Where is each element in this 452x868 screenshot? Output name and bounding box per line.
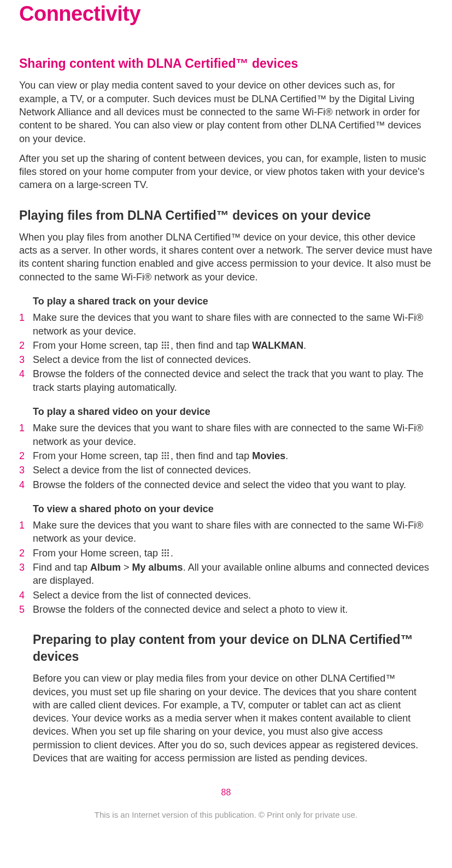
subsection-heading-playing: Playing files from DLNA Certified™ devic… xyxy=(19,207,433,224)
list-item: 3 Select a device from the list of conne… xyxy=(19,464,433,477)
list-item: 1 Make sure the devices that you want to… xyxy=(19,311,433,338)
page-title: Connectivity xyxy=(19,0,433,28)
step-text: Browse the folders of the connected devi… xyxy=(33,478,433,491)
subsection-heading-preparing: Preparing to play content from your devi… xyxy=(33,631,433,665)
step-list: 1 Make sure the devices that you want to… xyxy=(19,421,433,491)
list-item: 1 Make sure the devices that you want to… xyxy=(19,519,433,546)
list-item: 1 Make sure the devices that you want to… xyxy=(19,421,433,448)
step-list: 1 Make sure the devices that you want to… xyxy=(19,519,433,616)
step-number: 3 xyxy=(19,353,33,366)
section-heading-sharing: Sharing content with DLNA Certified™ dev… xyxy=(19,55,433,72)
list-item: 5 Browse the folders of the connected de… xyxy=(19,603,433,616)
step-number: 1 xyxy=(19,519,33,546)
apps-grid-icon xyxy=(162,342,169,349)
step-number: 2 xyxy=(19,547,33,560)
paragraph: You can view or play media content saved… xyxy=(19,79,433,145)
list-item: 3 Select a device from the list of conne… xyxy=(19,353,433,366)
step-number: 5 xyxy=(19,603,33,616)
step-list: 1 Make sure the devices that you want to… xyxy=(19,311,433,394)
paragraph: Before you can view or play media files … xyxy=(33,672,433,765)
step-text: Browse the folders of the connected devi… xyxy=(33,603,433,616)
apps-grid-icon xyxy=(162,452,169,460)
list-item: 2 From your Home screen, tap , then find… xyxy=(19,339,433,352)
step-number: 3 xyxy=(19,464,33,477)
step-text: Select a device from the list of connect… xyxy=(33,589,433,602)
step-number: 1 xyxy=(19,311,33,338)
step-text: Select a device from the list of connect… xyxy=(33,353,433,366)
step-number: 4 xyxy=(19,589,33,602)
step-text: Browse the folders of the connected devi… xyxy=(33,367,433,394)
list-item: 4 Browse the folders of the connected de… xyxy=(19,478,433,491)
step-number: 2 xyxy=(19,449,33,462)
step-text: Make sure the devices that you want to s… xyxy=(33,311,433,338)
step-number: 1 xyxy=(19,421,33,448)
step-text: Make sure the devices that you want to s… xyxy=(33,421,433,448)
list-item: 2 From your Home screen, tap , then find… xyxy=(19,449,433,462)
step-text: Select a device from the list of connect… xyxy=(33,464,433,477)
step-text: From your Home screen, tap , then find a… xyxy=(33,449,433,462)
list-item: 2 From your Home screen, tap . xyxy=(19,547,433,560)
paragraph: After you set up the sharing of content … xyxy=(19,152,433,192)
paragraph: When you play files from another DLNA Ce… xyxy=(19,231,433,284)
apps-grid-icon xyxy=(162,549,169,557)
page-number: 88 xyxy=(19,787,433,799)
step-text: Make sure the devices that you want to s… xyxy=(33,519,433,546)
list-item: 3 Find and tap Album > My albums. All yo… xyxy=(19,561,433,588)
footer-text: This is an Internet version of this publ… xyxy=(19,810,433,820)
list-item: 4 Select a device from the list of conne… xyxy=(19,589,433,602)
step-number: 3 xyxy=(19,561,33,588)
step-number: 4 xyxy=(19,367,33,394)
task-heading-photo: To view a shared photo on your device xyxy=(33,502,433,515)
list-item: 4 Browse the folders of the connected de… xyxy=(19,367,433,394)
step-text: Find and tap Album > My albums. All your… xyxy=(33,561,433,588)
step-text: From your Home screen, tap . xyxy=(33,547,433,560)
task-heading-track: To play a shared track on your device xyxy=(33,295,433,308)
task-heading-video: To play a shared video on your device xyxy=(33,405,433,418)
step-number: 4 xyxy=(19,478,33,491)
step-number: 2 xyxy=(19,339,33,352)
step-text: From your Home screen, tap , then find a… xyxy=(33,339,433,352)
